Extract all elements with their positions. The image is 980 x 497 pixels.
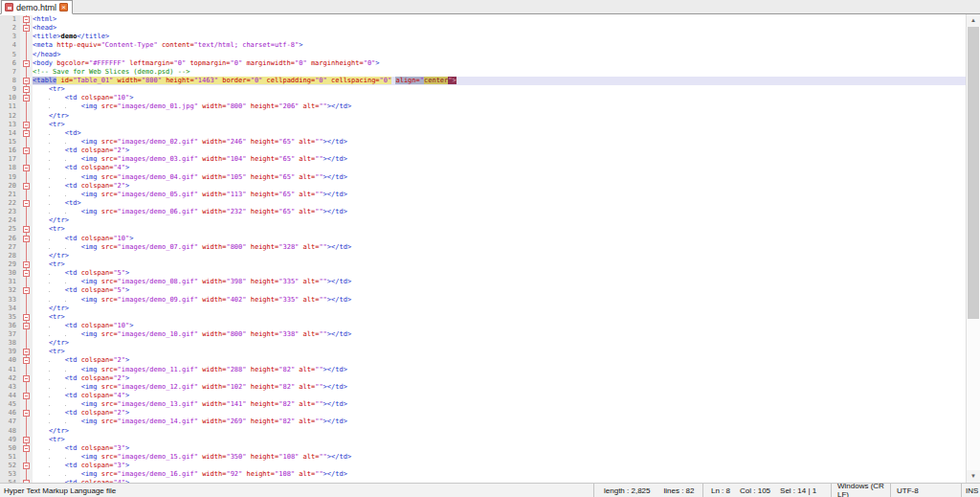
code-line[interactable]: 1<html> xyxy=(0,15,966,24)
fold-toggle-icon[interactable] xyxy=(23,287,30,294)
code-line[interactable]: 32<td colspan="5"> xyxy=(0,286,966,295)
fold-toggle-icon[interactable] xyxy=(23,437,30,443)
code-line[interactable]: 17<img src="images/demo_03.gif" width="1… xyxy=(0,155,966,164)
code-line[interactable]: 10<td colspan="10"> xyxy=(0,94,966,102)
code-line[interactable]: 25<tr> xyxy=(0,225,966,234)
code-line[interactable]: 20<td colspan="2"> xyxy=(0,182,966,191)
line-number: 19 xyxy=(0,173,20,182)
fold-toggle-icon[interactable] xyxy=(23,375,30,382)
fold-toggle-icon[interactable] xyxy=(23,95,30,102)
code-line[interactable]: 47<img src="images/demo_14.gif" width="2… xyxy=(0,418,966,426)
code-line[interactable]: 23<img src="images/demo_06.gif" width="2… xyxy=(0,208,966,216)
fold-toggle-icon[interactable] xyxy=(23,480,30,483)
code-line[interactable]: 12</tr> xyxy=(0,112,966,121)
code-line[interactable]: 19<img src="images/demo_04.gif" width="1… xyxy=(0,173,966,182)
code-line[interactable]: 22<td> xyxy=(0,199,966,208)
code-line[interactable]: 26<td colspan="10"> xyxy=(0,235,966,243)
line-number: 22 xyxy=(0,199,20,208)
code-line[interactable]: 33<img src="images/demo_09.gif" width="4… xyxy=(0,296,966,305)
code-line[interactable]: 34</tr> xyxy=(0,305,966,313)
scroll-up-icon[interactable]: ▲ xyxy=(967,14,980,27)
fold-toggle-icon[interactable] xyxy=(23,78,30,84)
fold-toggle-icon[interactable] xyxy=(23,270,30,277)
code-line[interactable]: 24</tr> xyxy=(0,216,966,225)
code-line[interactable]: 36<td colspan="10"> xyxy=(0,322,966,330)
scrollbar-thumb[interactable] xyxy=(968,27,979,319)
code-line[interactable]: 4<meta http-equiv="Content-Type" content… xyxy=(0,41,966,50)
code-line[interactable]: 49<tr> xyxy=(0,436,966,444)
code-line[interactable]: 14<td> xyxy=(0,129,966,138)
fold-toggle-icon[interactable] xyxy=(23,445,30,452)
code-line[interactable]: 41<img src="images/demo_11.gif" width="2… xyxy=(0,366,966,374)
code-line[interactable]: 52<td colspan="3"> xyxy=(0,462,966,470)
fold-toggle-icon[interactable] xyxy=(23,60,30,67)
fold-toggle-icon[interactable] xyxy=(23,25,30,32)
fold-margin xyxy=(20,392,33,400)
code-line[interactable]: 29<tr> xyxy=(0,260,966,269)
tab-demo-html[interactable]: demo.html × xyxy=(1,0,73,14)
code-line[interactable]: 37<img src="images/demo_10.gif" width="8… xyxy=(0,330,966,339)
code-line[interactable]: 8<table id="Table_01" width="800" height… xyxy=(0,77,966,85)
fold-toggle-icon[interactable] xyxy=(23,165,30,171)
fold-toggle-icon[interactable] xyxy=(23,122,30,128)
fold-toggle-icon[interactable] xyxy=(23,236,30,242)
code-line[interactable]: 16<td colspan="2"> xyxy=(0,147,966,155)
code-line[interactable]: 27<img src="images/demo_07.gif" width="8… xyxy=(0,243,966,252)
code-line[interactable]: 31<img src="images/demo_08.gif" width="3… xyxy=(0,278,966,286)
fold-margin xyxy=(20,199,33,208)
code-line[interactable]: 43<img src="images/demo_12.gif" width="1… xyxy=(0,383,966,392)
code-line[interactable]: 3<title>demo</title> xyxy=(0,33,966,41)
code-line[interactable]: 40<td colspan="2"> xyxy=(0,356,966,365)
fold-toggle-icon[interactable] xyxy=(23,200,30,207)
fold-toggle-icon[interactable] xyxy=(23,130,30,137)
fold-toggle-icon[interactable] xyxy=(23,410,30,417)
code-line[interactable]: 39<tr> xyxy=(0,348,966,356)
code-line[interactable]: 46<td colspan="2"> xyxy=(0,409,966,418)
fold-margin xyxy=(20,102,33,111)
code-line[interactable]: 9<tr> xyxy=(0,85,966,94)
fold-margin xyxy=(20,436,33,444)
code-line[interactable]: 13<tr> xyxy=(0,121,966,129)
fold-toggle-icon[interactable] xyxy=(23,314,30,321)
scrollbar-track[interactable] xyxy=(967,27,980,470)
code-line[interactable]: 21<img src="images/demo_05.gif" width="1… xyxy=(0,191,966,199)
status-typing-mode[interactable]: INS xyxy=(961,484,980,497)
fold-toggle-icon[interactable] xyxy=(23,323,30,329)
line-number: 42 xyxy=(0,374,20,383)
code-line[interactable]: 35<tr> xyxy=(0,313,966,322)
code-line[interactable]: 28</tr> xyxy=(0,252,966,260)
code-line[interactable]: 53<img src="images/demo_16.gif" width="9… xyxy=(0,470,966,479)
code-line[interactable]: 42<td colspan="2"> xyxy=(0,374,966,383)
code-line[interactable]: 50<td colspan="3"> xyxy=(0,444,966,453)
line-number: 17 xyxy=(0,155,20,164)
code-line[interactable]: 11<img src="images/demo_01.jpg" width="8… xyxy=(0,102,966,111)
code-line[interactable]: 2<head> xyxy=(0,24,966,33)
code-line[interactable]: 15<img src="images/demo_02.gif" width="2… xyxy=(0,138,966,147)
fold-margin xyxy=(20,374,33,383)
fold-toggle-icon[interactable] xyxy=(23,261,30,268)
code-line[interactable]: 18<td colspan="4"> xyxy=(0,164,966,172)
code-line[interactable]: 7<!-- Save for Web Slices (demo.psd) --> xyxy=(0,68,966,77)
fold-toggle-icon[interactable] xyxy=(23,226,30,233)
fold-toggle-icon[interactable] xyxy=(23,86,30,93)
scroll-down-icon[interactable]: ▼ xyxy=(967,470,980,483)
code-line[interactable]: 44<td colspan="4"> xyxy=(0,392,966,400)
vertical-scrollbar[interactable]: ▲ ▼ xyxy=(966,14,980,483)
fold-toggle-icon[interactable] xyxy=(23,393,30,399)
code-line[interactable]: 30<td colspan="5"> xyxy=(0,269,966,278)
fold-margin xyxy=(20,112,33,121)
fold-toggle-icon[interactable] xyxy=(23,183,30,190)
code-line[interactable]: 6<body bgcolor="#FFFFFF" leftmargin="0" … xyxy=(0,59,966,68)
code-line[interactable]: 48</tr> xyxy=(0,427,966,436)
code-line[interactable]: 5</head> xyxy=(0,51,966,59)
fold-toggle-icon[interactable] xyxy=(23,16,30,23)
code-line[interactable]: 38</tr> xyxy=(0,339,966,348)
tab-close-icon[interactable]: × xyxy=(59,3,68,11)
fold-toggle-icon[interactable] xyxy=(23,147,30,154)
fold-toggle-icon[interactable] xyxy=(23,357,30,364)
fold-toggle-icon[interactable] xyxy=(23,463,30,469)
code-line[interactable]: 45<img src="images/demo_13.gif" width="1… xyxy=(0,400,966,409)
code-line[interactable]: 51<img src="images/demo_15.gif" width="3… xyxy=(0,453,966,462)
fold-toggle-icon[interactable] xyxy=(23,349,30,355)
code-editor[interactable]: 1<html>2<head>3<title>demo</title>4<meta… xyxy=(0,14,966,483)
